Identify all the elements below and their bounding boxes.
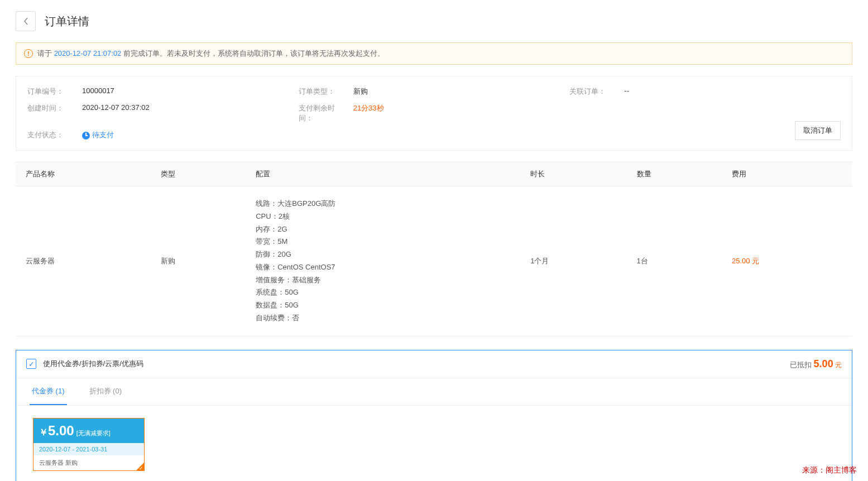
coupon-label: 使用代金券/折扣券/云票/优惠码 bbox=[43, 359, 143, 369]
order-id-row: 订单编号： 10000017 bbox=[27, 86, 299, 97]
config-line: 数据盘：50G bbox=[256, 299, 510, 312]
config-line: 增值服务：基础服务 bbox=[256, 274, 510, 287]
config-line: CPU：2核 bbox=[256, 210, 510, 223]
order-info-card: 订单编号： 10000017 订单类型： 新购 关联订单： -- 创建时间： 2… bbox=[16, 76, 852, 151]
col-product: 产品名称 bbox=[16, 162, 151, 186]
voucher-date: 2020-12-07 - 2021-03-31 bbox=[33, 443, 144, 455]
col-config: 配置 bbox=[246, 162, 520, 186]
col-qty: 数量 bbox=[627, 162, 722, 186]
col-type: 类型 bbox=[151, 162, 246, 186]
config-line: 线路：大连BGP20G高防 bbox=[256, 198, 510, 210]
config-line: 系统盘：50G bbox=[256, 286, 510, 299]
pay-status-row: 支付状态： 待支付 bbox=[27, 130, 299, 140]
order-type-row: 订单类型： 新购 bbox=[299, 86, 570, 97]
col-duration: 时长 bbox=[520, 162, 626, 186]
warning-icon: ! bbox=[24, 49, 33, 58]
source-watermark: 来源：阁主博客 bbox=[802, 465, 857, 475]
config-line: 带宽：5M bbox=[256, 235, 510, 248]
config-cell: 线路：大连BGP20G高防CPU：2核内存：2G带宽：5M防御：20G镜像：Ce… bbox=[246, 186, 520, 336]
tab-voucher[interactable]: 代金券 (1) bbox=[30, 378, 67, 405]
alert-text: 请于 2020-12-07 21:07:02 前完成订单。若未及时支付，系统将自… bbox=[37, 49, 385, 59]
config-line: 内存：2G bbox=[256, 223, 510, 236]
create-time-row: 创建时间： 2020-12-07 20:37:02 bbox=[27, 103, 299, 123]
check-icon: ✓ bbox=[139, 465, 143, 471]
coupon-section: ✓ 使用代金券/折扣券/云票/优惠码 已抵扣 5.00 元 代金券 (1) 折扣… bbox=[16, 350, 852, 482]
page-title: 订单详情 bbox=[45, 14, 89, 29]
voucher-card[interactable]: ￥5.00[无满减要求] 2020-12-07 - 2021-03-31 云服务… bbox=[33, 418, 145, 471]
config-line: 自动续费：否 bbox=[256, 312, 510, 325]
config-line: 镜像：CentOS CentOS7 bbox=[256, 261, 510, 274]
product-table: 产品名称 类型 配置 时长 数量 费用 云服务器 新购 线路：大连BGP20G高… bbox=[16, 162, 852, 336]
use-coupon-checkbox[interactable]: ✓ bbox=[26, 359, 36, 369]
col-cost: 费用 bbox=[722, 162, 852, 186]
config-line: 防御：20G bbox=[256, 248, 510, 261]
back-button[interactable] bbox=[16, 11, 36, 31]
deadline-alert: ! 请于 2020-12-07 21:07:02 前完成订单。若未及时支付，系统… bbox=[16, 42, 852, 65]
deduct-display: 已抵扣 5.00 元 bbox=[790, 358, 842, 370]
clock-icon bbox=[82, 132, 90, 140]
related-order-row: 关联订单： -- bbox=[569, 86, 841, 97]
cancel-order-button[interactable]: 取消订单 bbox=[795, 121, 841, 140]
remaining-time-row: 支付剩余时间： 21分33秒 bbox=[299, 103, 570, 123]
tab-discount[interactable]: 折扣券 (0) bbox=[87, 378, 124, 405]
chevron-left-icon bbox=[23, 17, 28, 26]
voucher-scope: 云服务器 新购 ✓ bbox=[33, 455, 144, 470]
table-row: 云服务器 新购 线路：大连BGP20G高防CPU：2核内存：2G带宽：5M防御：… bbox=[16, 186, 852, 336]
